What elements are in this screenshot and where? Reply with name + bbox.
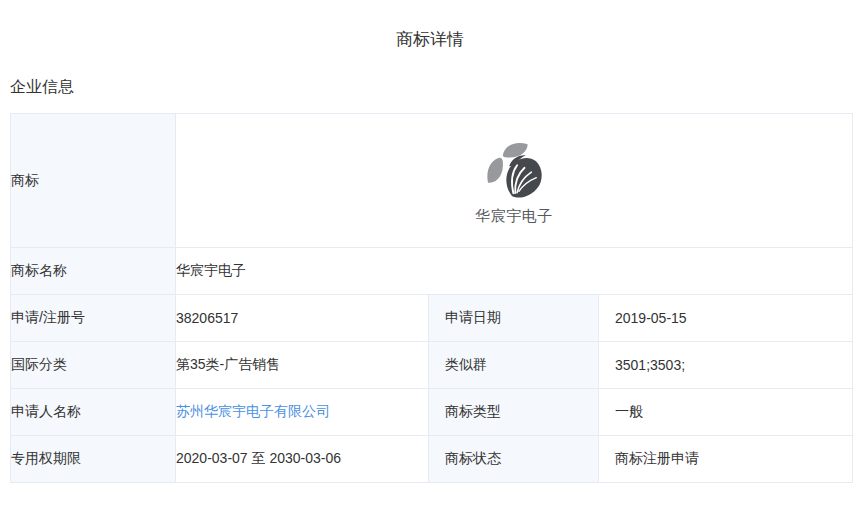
table-row-trademark-name: 商标名称 华宸宇电子	[11, 248, 853, 295]
applicant-company-link[interactable]: 苏州华宸宇电子有限公司	[176, 403, 330, 419]
page-title: 商标详情	[0, 28, 860, 51]
label-trademark-name: 商标名称	[11, 248, 176, 295]
value-international-class: 第35类-广告销售	[176, 342, 429, 389]
table-row-international-class: 国际分类 第35类-广告销售 类似群 3501;3503;	[11, 342, 853, 389]
trademark-logo-text: 华宸宇电子	[475, 208, 553, 223]
section-heading-company-info: 企业信息	[0, 77, 860, 98]
label-application-date: 申请日期	[429, 295, 599, 342]
value-applicant-name-cell: 苏州华宸宇电子有限公司	[176, 389, 429, 436]
value-trademark-name: 华宸宇电子	[176, 248, 853, 295]
table-row-applicant-name: 申请人名称 苏州华宸宇电子有限公司 商标类型 一般	[11, 389, 853, 436]
label-trademark-status: 商标状态	[429, 436, 599, 483]
table-row-exclusive-right-period: 专用权期限 2020-03-07 至 2030-03-06 商标状态 商标注册申…	[11, 436, 853, 483]
value-trademark-status: 商标注册申请	[599, 436, 853, 483]
table-row-trademark: 商标	[11, 114, 853, 248]
trademark-info-table: 商标	[10, 113, 853, 483]
value-exclusive-right-period: 2020-03-07 至 2030-03-06	[176, 436, 429, 483]
label-trademark: 商标	[11, 114, 176, 248]
table-row-application-number: 申请/注册号 38206517 申请日期 2019-05-15	[11, 295, 853, 342]
label-applicant-name: 申请人名称	[11, 389, 176, 436]
value-similar-group: 3501;3503;	[599, 342, 853, 389]
label-international-class: 国际分类	[11, 342, 176, 389]
label-similar-group: 类似群	[429, 342, 599, 389]
trademark-detail-page: 商标详情 企业信息 商标	[0, 0, 860, 510]
value-application-date: 2019-05-15	[599, 295, 853, 342]
value-trademark-type: 一般	[599, 389, 853, 436]
value-application-number: 38206517	[176, 295, 429, 342]
trademark-logo-cell: 华宸宇电子	[176, 114, 853, 248]
trademark-logo-image: 华宸宇电子	[475, 138, 553, 223]
label-trademark-type: 商标类型	[429, 389, 599, 436]
label-exclusive-right-period: 专用权期限	[11, 436, 176, 483]
trademark-logo-icon	[482, 138, 546, 200]
label-application-number: 申请/注册号	[11, 295, 176, 342]
